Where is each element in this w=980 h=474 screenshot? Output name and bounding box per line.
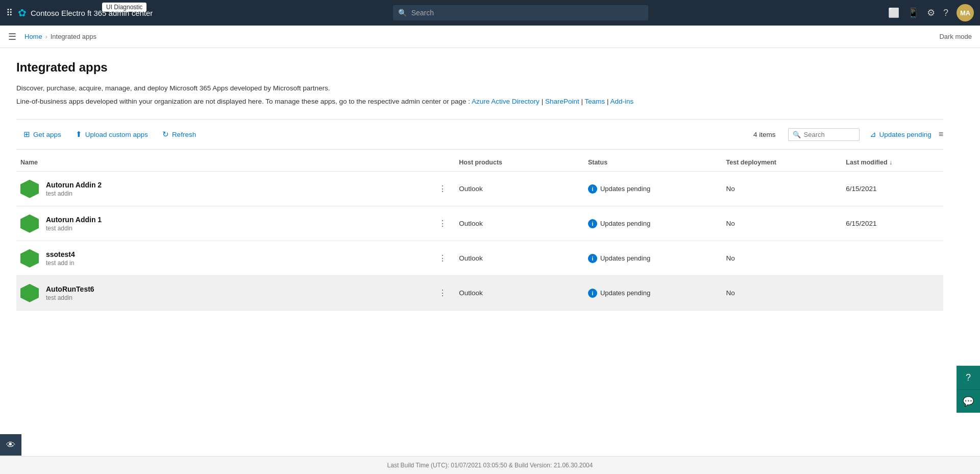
status-text: Updates pending	[600, 289, 650, 297]
breadcrumb-separator: ›	[45, 33, 47, 40]
status-icon: i	[588, 254, 597, 263]
page-desc-1: Discover, purchase, acquire, manage, and…	[16, 83, 943, 94]
grid-icon[interactable]: ⠿	[6, 7, 13, 18]
columns-menu-icon[interactable]: ≡	[939, 130, 943, 139]
cell-last-modified	[842, 241, 943, 276]
app-name: Autorun Addin 1	[46, 216, 102, 224]
dots-menu-icon[interactable]: ⋮	[434, 217, 451, 230]
cell-status: i Updates pending	[584, 172, 722, 206]
table-row[interactable]: ssotest4 test add in ⋮ Outlook i Updates…	[16, 241, 943, 276]
breadcrumb-current: Integrated apps	[51, 33, 96, 40]
cell-test-deployment: No	[722, 276, 842, 311]
cell-host-products: Outlook	[455, 172, 584, 206]
cell-dots-menu: ⋮	[430, 241, 455, 276]
cell-dots-menu: ⋮	[430, 276, 455, 311]
upload-icon: ⬆	[76, 130, 82, 139]
search-icon: 🔍	[398, 9, 407, 17]
mail-icon[interactable]: ⬜	[888, 7, 899, 18]
col-host-header: Host products	[455, 154, 584, 172]
cell-name: AutoRunTest6 test addin	[16, 276, 430, 311]
status-icon: i	[588, 289, 597, 298]
refresh-icon: ↻	[162, 130, 169, 139]
cell-host-products: Outlook	[455, 206, 584, 241]
cell-host-products: Outlook	[455, 241, 584, 276]
cell-host-products: Outlook	[455, 276, 584, 311]
app-subtitle: test addin	[46, 190, 102, 197]
breadcrumb: Home › Integrated apps	[24, 33, 96, 40]
dark-mode-toggle[interactable]: Dark mode	[939, 33, 972, 40]
link-azure-active-directory[interactable]: Azure Active Directory	[472, 98, 540, 105]
upload-apps-button[interactable]: ⬆ Upload custom apps	[68, 126, 155, 143]
table-body: Autorun Addin 2 test addin ⋮ Outlook i U…	[16, 172, 943, 311]
filter-icon: ⊿	[870, 130, 876, 139]
col-name-header: Name	[16, 154, 430, 172]
toolbar-search-icon: 🔍	[793, 131, 801, 138]
cell-last-modified	[842, 276, 943, 311]
toolbar-search-input[interactable]	[804, 131, 855, 138]
cell-test-deployment: No	[722, 172, 842, 206]
menu-toggle-icon[interactable]: ☰	[8, 31, 16, 42]
status-icon: i	[588, 184, 597, 194]
main-content: Integrated apps Discover, purchase, acqu…	[0, 48, 960, 323]
cell-dots-menu: ⋮	[430, 206, 455, 241]
dots-menu-icon[interactable]: ⋮	[434, 182, 451, 195]
app-icon	[20, 249, 39, 268]
col-menu-header	[430, 154, 455, 172]
app-name: ssotest4	[46, 250, 75, 258]
topbar-actions: ⬜ 📱 ⚙ ? MA	[888, 4, 974, 21]
settings-icon[interactable]: ⚙	[927, 7, 935, 18]
dots-menu-icon[interactable]: ⋮	[434, 287, 451, 299]
dots-menu-icon[interactable]: ⋮	[434, 252, 451, 265]
mobile-icon[interactable]: 📱	[908, 7, 919, 18]
app-subtitle: test addin	[46, 225, 102, 232]
cell-status: i Updates pending	[584, 276, 722, 311]
filter-button[interactable]: ⊿ Updates pending	[870, 130, 932, 139]
cell-name: ssotest4 test add in	[16, 241, 430, 276]
status-icon: i	[588, 219, 597, 228]
cell-last-modified: 6/15/2021	[842, 172, 943, 206]
diagnostic-badge: UI Diagnostic	[102, 3, 146, 12]
link-add-ins[interactable]: Add-ins	[610, 98, 634, 105]
status-text: Updates pending	[600, 254, 650, 262]
status-text: Updates pending	[600, 185, 650, 193]
cell-status: i Updates pending	[584, 241, 722, 276]
get-apps-icon: ⊞	[23, 130, 30, 139]
col-modified-header[interactable]: Last modified ↓	[842, 154, 943, 172]
cell-test-deployment: No	[722, 241, 842, 276]
page-desc-2: Line-of-business apps developed within y…	[16, 96, 943, 107]
table-header-row: Name Host products Status Test deploymen…	[16, 154, 943, 172]
apps-table: Name Host products Status Test deploymen…	[16, 154, 943, 311]
toolbar-search-box[interactable]: 🔍	[788, 128, 860, 141]
topbar-search: 🔍	[393, 5, 648, 20]
refresh-button[interactable]: ↻ Refresh	[155, 126, 203, 143]
avatar[interactable]: MA	[957, 4, 974, 21]
app-subtitle: test add in	[46, 259, 75, 267]
topbar: ⠿ ✿ Contoso Electro ft 365 admin center …	[0, 0, 980, 26]
logo-icon: ✿	[18, 7, 27, 19]
cell-last-modified: 6/15/2021	[842, 206, 943, 241]
items-count: 4 items	[753, 131, 776, 138]
col-test-header: Test deployment	[722, 154, 842, 172]
app-icon	[20, 180, 39, 198]
app-icon	[20, 284, 39, 302]
table-row[interactable]: Autorun Addin 2 test addin ⋮ Outlook i U…	[16, 172, 943, 206]
link-sharepoint[interactable]: SharePoint	[545, 98, 579, 105]
link-teams[interactable]: Teams	[584, 98, 605, 105]
app-name: Autorun Addin 2	[46, 181, 102, 189]
col-status-header: Status	[584, 154, 722, 172]
get-apps-button[interactable]: ⊞ Get apps	[16, 126, 68, 143]
search-input[interactable]	[393, 5, 648, 20]
table-row[interactable]: AutoRunTest6 test addin ⋮ Outlook i Upda…	[16, 276, 943, 311]
cell-test-deployment: No	[722, 206, 842, 241]
cell-name: Autorun Addin 2 test addin	[16, 172, 430, 206]
app-name: AutoRunTest6	[46, 285, 94, 293]
breadcrumb-home[interactable]: Home	[24, 33, 42, 40]
page-title: Integrated apps	[16, 60, 943, 75]
table-row[interactable]: Autorun Addin 1 test addin ⋮ Outlook i U…	[16, 206, 943, 241]
app-icon	[20, 215, 39, 233]
app-subtitle: test addin	[46, 294, 94, 301]
cell-dots-menu: ⋮	[430, 172, 455, 206]
secondbar: ☰ Home › Integrated apps Dark mode	[0, 26, 980, 48]
help-icon[interactable]: ?	[943, 8, 948, 18]
status-text: Updates pending	[600, 220, 650, 227]
